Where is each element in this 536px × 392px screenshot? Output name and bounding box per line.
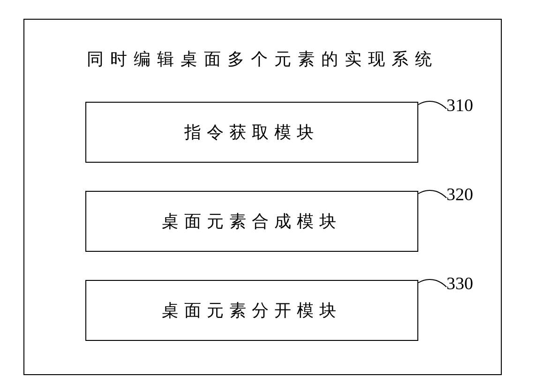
module-box-compose: 桌面元素合成模块: [85, 191, 418, 252]
reference-label-310: 310: [446, 95, 473, 115]
connector-line-310: [417, 98, 448, 115]
module-label: 指令获取模块: [184, 121, 319, 144]
reference-label-320: 320: [446, 184, 473, 204]
module-box-instruction: 指令获取模块: [85, 102, 418, 163]
connector-line-320: [417, 188, 448, 204]
module-box-separate: 桌面元素分开模块: [85, 280, 418, 341]
diagram-frame: 同时编辑桌面多个元素的实现系统 指令获取模块 桌面元素合成模块 桌面元素分开模块…: [23, 19, 502, 375]
connector-line-330: [417, 277, 448, 293]
module-label: 桌面元素分开模块: [162, 299, 342, 322]
reference-label-330: 330: [446, 273, 473, 294]
module-label: 桌面元素合成模块: [162, 210, 342, 233]
diagram-title: 同时编辑桌面多个元素的实现系统: [24, 48, 501, 71]
